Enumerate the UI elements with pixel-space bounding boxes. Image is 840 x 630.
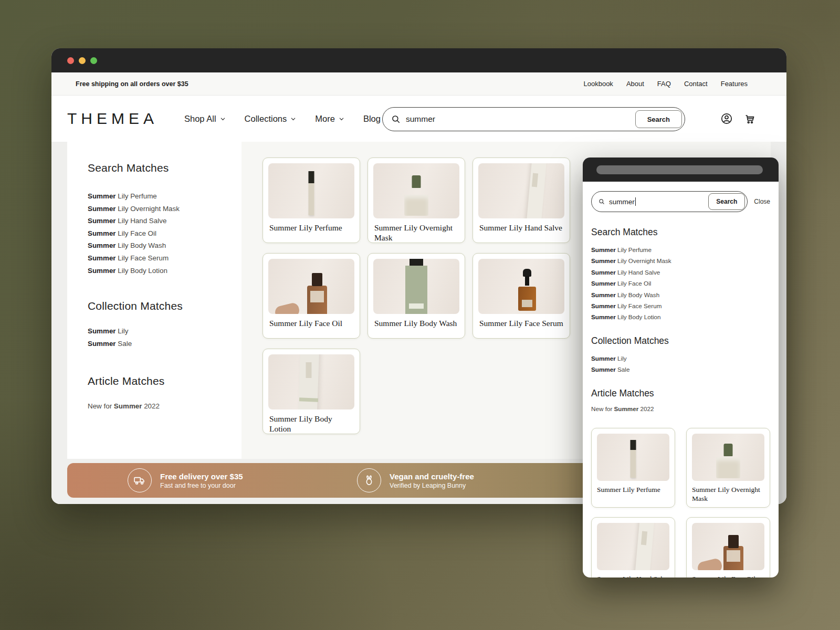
product-image [597, 523, 669, 570]
banner-item-delivery: Free delivery over $35 Fast and free to … [128, 468, 243, 492]
product-image [268, 259, 354, 314]
collection-match-item[interactable]: Summer Sale [88, 338, 229, 350]
bunny-icon [357, 468, 381, 492]
phone-search-input[interactable]: summer Search [591, 191, 748, 212]
text-cursor [635, 197, 636, 206]
phone-search-button[interactable]: Search [708, 193, 745, 210]
search-icon [598, 198, 605, 205]
mobile-url-bar[interactable] [596, 165, 763, 174]
product-title: Summer Lily Body Wash [373, 318, 459, 328]
browser-titlebar [51, 48, 786, 72]
product-title: Summer Lily Face Serum [478, 318, 564, 328]
search-match-item[interactable]: Summer Lily Hand Salve [88, 215, 229, 227]
search-match-item[interactable]: Summer Lily Perfume [591, 244, 770, 255]
search-icon [391, 114, 401, 124]
search-match-item[interactable]: Summer Lily Body Lotion [591, 311, 770, 322]
product-title: Summer Lily Perfume [268, 223, 354, 233]
product-card[interactable]: Summer Lily Face Oil [686, 517, 770, 578]
utility-link-faq[interactable]: FAQ [657, 80, 671, 88]
collection-matches-title: Collection Matches [591, 335, 770, 346]
search-match-item[interactable]: Summer Lily Body Wash [591, 289, 770, 300]
product-title: Summer Lily Body Lotion [268, 414, 354, 434]
search-input[interactable] [406, 114, 635, 124]
product-title: Summer Lily Perfume [597, 485, 669, 494]
search-match-item[interactable]: Summer Lily Face Oil [591, 278, 770, 289]
product-card[interactable]: Summer Lily Perfume [262, 158, 360, 243]
collection-match-item[interactable]: Summer Lily [591, 353, 770, 364]
product-title: Summer Lily Overnight Mask [692, 485, 764, 503]
maximize-window-icon[interactable] [90, 57, 97, 64]
product-card[interactable]: Summer Lily Hand Salve [472, 158, 570, 243]
chevron-down-icon [220, 116, 226, 122]
utility-link-about[interactable]: About [626, 80, 644, 88]
product-card[interactable]: Summer Lily Face Serum [472, 253, 570, 339]
article-matches-title: Article Matches [591, 388, 770, 399]
phone-search-value: summer [609, 198, 635, 206]
nav-shop-all[interactable]: Shop All [184, 114, 226, 124]
brand-logo[interactable]: THEMEA [67, 110, 158, 128]
nav-more[interactable]: More [315, 114, 344, 124]
search-matches-title: Search Matches [88, 162, 229, 174]
article-matches-title: Article Matches [88, 375, 229, 387]
banner-subtitle: Fast and free to your door [160, 482, 243, 489]
mobile-results: Search Matches Summer Lily Perfume Summe… [583, 227, 779, 578]
account-icon[interactable] [720, 112, 733, 125]
close-window-icon[interactable] [67, 57, 74, 64]
announcement-bar: Free shipping on all orders over $35 Loo… [51, 72, 786, 96]
utility-link-contact[interactable]: Contact [684, 80, 708, 88]
mobile-titlebar [583, 158, 779, 182]
collection-match-item[interactable]: Summer Sale [591, 364, 770, 375]
collection-match-item[interactable]: Summer Lily [88, 325, 229, 338]
product-image [692, 434, 764, 481]
minimize-window-icon[interactable] [79, 57, 86, 64]
announcement-text: Free shipping on all orders over $35 [76, 80, 188, 88]
search-matches-title: Search Matches [591, 227, 770, 238]
search-match-item[interactable]: Summer Lily Face Serum [88, 252, 229, 265]
product-card[interactable]: Summer Lily Face Oil [262, 253, 360, 339]
search-match-item[interactable]: Summer Lily Body Wash [88, 239, 229, 252]
banner-title: Vegan and cruelty-free [390, 471, 474, 482]
search-bar: Search [382, 107, 685, 131]
product-title: Summer Lily Face Oil [268, 318, 354, 328]
product-card[interactable]: Summer Lily Perfume [591, 428, 675, 508]
utility-nav: Lookbook About FAQ Contact Features [583, 80, 748, 88]
search-match-item[interactable]: Summer Lily Hand Salve [591, 267, 770, 278]
search-match-item[interactable]: Summer Lily Perfume [88, 190, 229, 203]
product-title: Summer Lily Face Oil [692, 574, 764, 578]
search-match-item[interactable]: Summer Lily Overnight Mask [88, 203, 229, 215]
collection-matches-title: Collection Matches [88, 300, 229, 312]
search-match-item[interactable]: Summer Lily Body Lotion [88, 265, 229, 277]
product-title: Summer Lily Overnight Mask [373, 223, 459, 243]
search-match-item[interactable]: Summer Lily Overnight Mask [591, 255, 770, 266]
utility-link-lookbook[interactable]: Lookbook [583, 80, 613, 88]
mobile-product-grid: Summer Lily Perfume Summer Lily Overnigh… [591, 428, 770, 578]
product-card[interactable]: Summer Lily Body Wash [368, 253, 465, 339]
article-match-item[interactable]: New for Summer 2022 [591, 405, 770, 412]
nav-blog[interactable]: Blog [363, 114, 381, 124]
cart-icon[interactable] [743, 112, 756, 125]
product-card[interactable]: Summer Lily Hand Salve [591, 517, 675, 578]
banner-item-vegan: Vegan and cruelty-free Verified by Leapi… [357, 468, 474, 492]
product-image [597, 434, 669, 481]
phone-close-button[interactable]: Close [754, 198, 770, 205]
product-image [373, 259, 459, 314]
search-match-item[interactable]: Summer Lily Face Oil [88, 227, 229, 240]
search-matches-list: Summer Lily Perfume Summer Lily Overnigh… [88, 190, 229, 277]
collection-matches-list: Summer Lily Summer Sale [88, 325, 229, 350]
product-image [478, 163, 564, 218]
product-title: Summer Lily Hand Salve [597, 574, 669, 578]
search-match-item[interactable]: Summer Lily Face Serum [591, 300, 770, 311]
product-card[interactable]: Summer Lily Overnight Mask [368, 158, 465, 243]
utility-link-features[interactable]: Features [721, 80, 748, 88]
search-button[interactable]: Search [635, 110, 682, 128]
banner-title: Free delivery over $35 [160, 471, 243, 482]
search-matches-list: Summer Lily Perfume Summer Lily Overnigh… [591, 244, 770, 323]
product-card[interactable]: Summer Lily Overnight Mask [686, 428, 770, 508]
product-card[interactable]: Summer Lily Body Lotion [262, 349, 360, 434]
chevron-down-icon [339, 116, 344, 122]
product-grid: Summer Lily Perfume Summer Lily Overnigh… [262, 158, 570, 434]
matches-column: Search Matches Summer Lily Perfume Summe… [67, 142, 242, 459]
mobile-preview-window: summer Search Close Search Matches Summe… [583, 158, 779, 578]
article-match-item[interactable]: New for Summer 2022 [88, 402, 229, 410]
nav-collections[interactable]: Collections [245, 114, 297, 124]
